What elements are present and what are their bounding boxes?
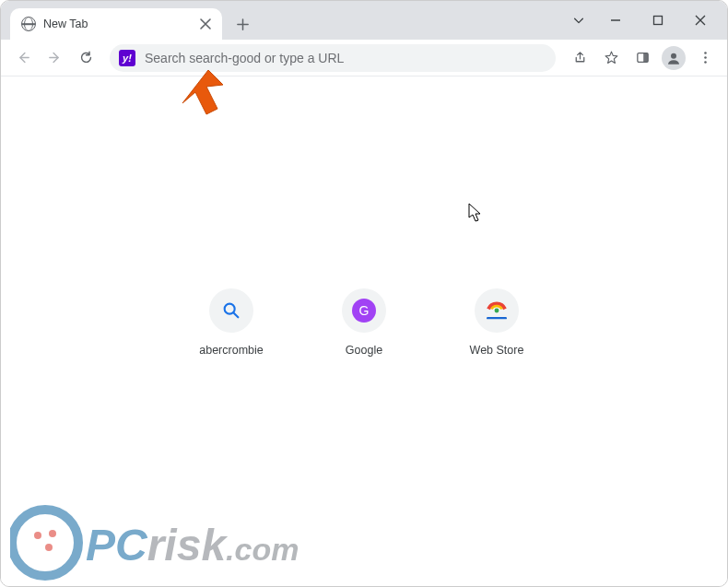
g-letter: G — [352, 299, 376, 323]
browser-tab[interactable]: New Tab — [10, 8, 222, 40]
svg-point-3 — [671, 53, 676, 58]
toolbar-right — [565, 43, 720, 73]
tab-title: New Tab — [43, 18, 191, 30]
shortcut-abercrombie[interactable]: abercrombie — [192, 288, 271, 357]
maximize-button[interactable] — [637, 6, 679, 35]
new-tab-button[interactable] — [229, 11, 255, 37]
search-icon — [209, 288, 253, 333]
webstore-icon — [475, 288, 519, 333]
page-content: abercrombie G Google Web Store — [1, 76, 727, 586]
svg-rect-0 — [654, 17, 663, 25]
address-bar[interactable]: y! — [110, 44, 556, 72]
svg-point-6 — [704, 61, 707, 64]
forward-button[interactable] — [40, 43, 69, 73]
shortcut-google[interactable]: G Google — [324, 288, 404, 357]
svg-point-4 — [704, 52, 707, 54]
tabs-dropdown-button[interactable] — [563, 6, 594, 35]
shortcut-label: Web Store — [470, 344, 524, 357]
side-panel-button[interactable] — [628, 43, 657, 73]
close-tab-icon[interactable] — [198, 17, 213, 31]
url-input[interactable] — [145, 51, 546, 65]
profile-button[interactable] — [659, 43, 688, 73]
svg-point-8 — [495, 309, 499, 313]
minimize-button[interactable] — [594, 6, 637, 35]
toolbar: y! — [1, 40, 727, 76]
search-provider-icon: y! — [119, 50, 135, 66]
svg-point-5 — [704, 56, 707, 59]
svg-rect-2 — [643, 53, 648, 63]
shortcut-label: Google — [346, 344, 382, 357]
tab-strip: New Tab — [1, 1, 727, 40]
share-button[interactable] — [565, 43, 594, 73]
google-icon: G — [342, 288, 386, 333]
globe-icon — [21, 17, 36, 31]
back-button[interactable] — [8, 43, 38, 73]
avatar-icon — [662, 46, 686, 70]
shortcut-label: abercrombie — [199, 344, 263, 357]
window-controls — [563, 1, 722, 40]
close-window-button[interactable] — [679, 6, 722, 35]
bookmark-button[interactable] — [596, 43, 626, 73]
reload-button[interactable] — [71, 43, 100, 73]
menu-button[interactable] — [690, 43, 720, 73]
shortcuts-row: abercrombie G Google Web Store — [192, 288, 536, 357]
shortcut-web-store[interactable]: Web Store — [457, 288, 536, 357]
